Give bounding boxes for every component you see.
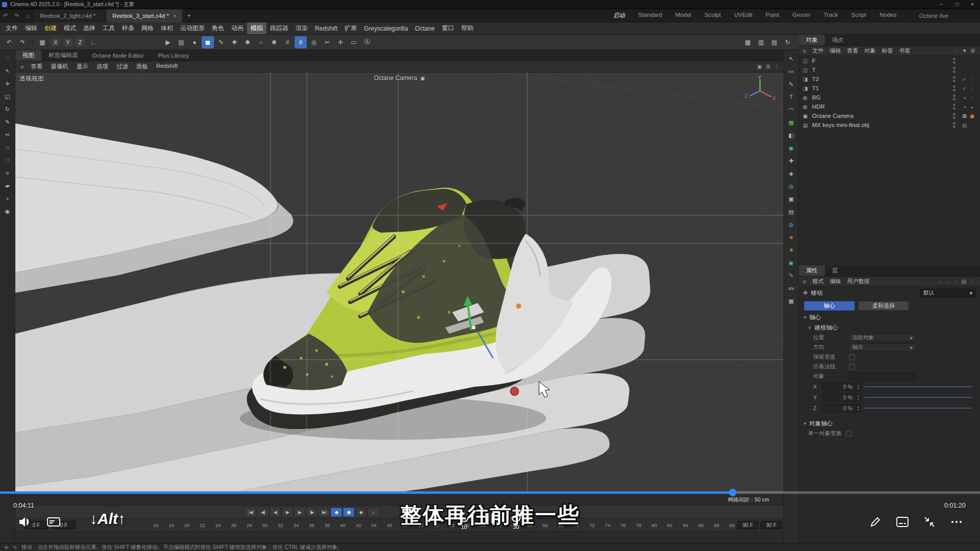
document-tab[interactable]: Reebok_3_start.c4d * ×: [106, 9, 183, 22]
object-name[interactable]: T2: [811, 76, 953, 82]
skip-back-button[interactable]: 10: [458, 511, 470, 530]
attr-nav-icon[interactable]: ◌: [955, 279, 958, 284]
menu-item[interactable]: 动画: [228, 22, 247, 34]
menu-item[interactable]: Redshift: [311, 23, 341, 34]
orange-handle[interactable]: [516, 304, 521, 309]
menu-item[interactable]: 网格: [138, 22, 157, 34]
dock-icon[interactable]: T: [786, 91, 797, 103]
pause-button[interactable]: [485, 511, 495, 523]
editor-panel-tab[interactable]: 视图: [15, 50, 41, 61]
object-name[interactable]: T: [811, 67, 953, 73]
tool-palette-icon[interactable]: ✛: [2, 78, 13, 89]
video-progress-handle[interactable]: [729, 489, 737, 496]
menu-item[interactable]: 编辑: [21, 22, 41, 34]
layout-tab[interactable]: 启动: [613, 12, 625, 19]
tool-palette-icon[interactable]: ＋: [2, 193, 13, 204]
axis-value-field[interactable]: 0 % ▴▾: [822, 393, 861, 402]
spinner-icon[interactable]: ▴▾: [857, 405, 859, 411]
toolbar-icon[interactable]: Ⓐ: [361, 36, 373, 48]
om-header-icon[interactable]: ⊞: [971, 48, 975, 54]
minimize-button[interactable]: −: [934, 2, 949, 7]
edit-pencil-icon[interactable]: [870, 516, 881, 528]
object-name[interactable]: BG: [811, 94, 953, 101]
axis-lock-button[interactable]: X: [50, 37, 61, 47]
dock-icon[interactable]: ▣: [786, 193, 797, 205]
tool-palette-icon[interactable]: ✎: [2, 116, 13, 128]
toolbar-icon[interactable]: #: [281, 36, 293, 48]
section-axis[interactable]: ▾ 轴心: [799, 312, 980, 322]
visibility-dots[interactable]: [953, 67, 955, 73]
object-name[interactable]: T1: [811, 85, 953, 91]
dock-icon[interactable]: ■: [786, 232, 797, 243]
visibility-dots[interactable]: [953, 76, 955, 82]
menu-item[interactable]: 帮助: [458, 22, 477, 34]
object-row[interactable]: ▣ Octane Camera ⊞ ▣: [799, 111, 980, 120]
visibility-dots[interactable]: [953, 58, 955, 64]
visibility-dots[interactable]: [953, 94, 955, 101]
object-name[interactable]: MX keys mini-final.obj: [811, 122, 953, 128]
spinner-icon[interactable]: ▴▾: [857, 394, 859, 400]
tool-palette-icon[interactable]: ≡: [2, 167, 13, 179]
layout-tab[interactable]: UVEdit: [734, 12, 752, 19]
toolbar-icon[interactable]: ◼: [202, 36, 214, 48]
menu-item[interactable]: Greyscalegorilla: [360, 23, 411, 34]
object-row[interactable]: ◫ T: [799, 65, 980, 74]
viewport-menu-item[interactable]: 显示: [72, 63, 92, 70]
tool-palette-icon[interactable]: ◌: [2, 53, 13, 64]
axis-lock-button[interactable]: Z: [75, 37, 86, 47]
dock-icon[interactable]: ◧: [786, 130, 797, 141]
menu-item[interactable]: 样条: [118, 22, 138, 34]
toolbar-icon[interactable]: ▥: [755, 36, 767, 48]
object-link-field[interactable]: [849, 372, 916, 381]
menu-item[interactable]: 模式: [60, 22, 80, 34]
object-name[interactable]: HDR: [811, 104, 953, 110]
redo-icon[interactable]: ↷: [16, 36, 29, 48]
section-object-axis[interactable]: ▾ 对象轴心: [799, 418, 980, 429]
along-normal-checkbox[interactable]: [849, 364, 855, 370]
tool-palette-icon[interactable]: ↻: [2, 104, 13, 115]
close-button[interactable]: ×: [965, 2, 980, 7]
tool-palette-icon[interactable]: ◱: [2, 91, 13, 102]
viewport-menu-item[interactable]: 查看: [27, 63, 46, 70]
om-header-icon[interactable]: ▼: [962, 48, 967, 54]
object-row[interactable]: ◨ T1 ✓ ◌: [799, 84, 980, 93]
object-row[interactable]: ◫ F: [799, 56, 980, 65]
object-row[interactable]: ▤ MX keys mini-final.obj ▤: [799, 120, 980, 130]
dock-icon[interactable]: ✎: [786, 270, 797, 281]
menu-item[interactable]: Octane: [411, 23, 438, 34]
history-back-icon[interactable]: ↶: [0, 12, 11, 19]
octane-live-label[interactable]: Octane live: [919, 13, 969, 19]
attr-menu-item[interactable]: 用户数据: [844, 278, 872, 285]
axis-gizmo[interactable]: Y X Z: [744, 76, 776, 102]
viewport-menu-item[interactable]: 面板: [132, 63, 152, 70]
toolbar-icon[interactable]: ↻: [781, 36, 794, 48]
more-options-icon[interactable]: [950, 516, 963, 528]
editor-panel-tab[interactable]: Plus Library: [151, 50, 197, 61]
skip-forward-button[interactable]: 30: [510, 511, 522, 530]
layout-tab[interactable]: Model: [675, 12, 691, 19]
axis-lock-button[interactable]: Y: [62, 37, 74, 47]
layout-tab[interactable]: Groom: [792, 12, 810, 19]
editor-panel-tab[interactable]: Octane Node Editor: [85, 50, 151, 61]
viewport-burger-icon[interactable]: ≡: [20, 64, 23, 70]
visibility-dots[interactable]: [953, 122, 955, 128]
viewport-menu-item[interactable]: 过滤: [112, 63, 132, 70]
attr-nav-icon[interactable]: ←: [938, 279, 943, 284]
perspective-viewport[interactable]: 透视视图 Octane Camera ▣ Y X Z: [15, 72, 783, 493]
history-forward-icon[interactable]: ↷: [11, 12, 22, 19]
view-label[interactable]: 透视视图: [19, 74, 44, 83]
new-tab-button[interactable]: +: [183, 12, 195, 19]
tool-palette-icon[interactable]: ↖: [2, 65, 13, 77]
direction-select[interactable]: 轴向 ▾: [849, 343, 916, 352]
dock-icon[interactable]: ✳: [786, 244, 797, 256]
toolbar-icon[interactable]: ✢: [334, 36, 347, 48]
layout-tab[interactable]: Script: [851, 12, 866, 19]
dock-icon[interactable]: ▦: [786, 117, 797, 128]
viewport-panel-icon[interactable]: ⊞: [766, 64, 770, 69]
object-tag-icon[interactable]: ◒: [968, 104, 976, 110]
document-tab[interactable]: Reebok_2_light.c4d *: [34, 9, 106, 22]
menu-item[interactable]: 角色: [208, 22, 228, 34]
layout-tab[interactable]: Standard: [638, 12, 662, 19]
toolbar-icon[interactable]: ▤: [175, 36, 187, 48]
object-name[interactable]: F: [811, 58, 953, 64]
